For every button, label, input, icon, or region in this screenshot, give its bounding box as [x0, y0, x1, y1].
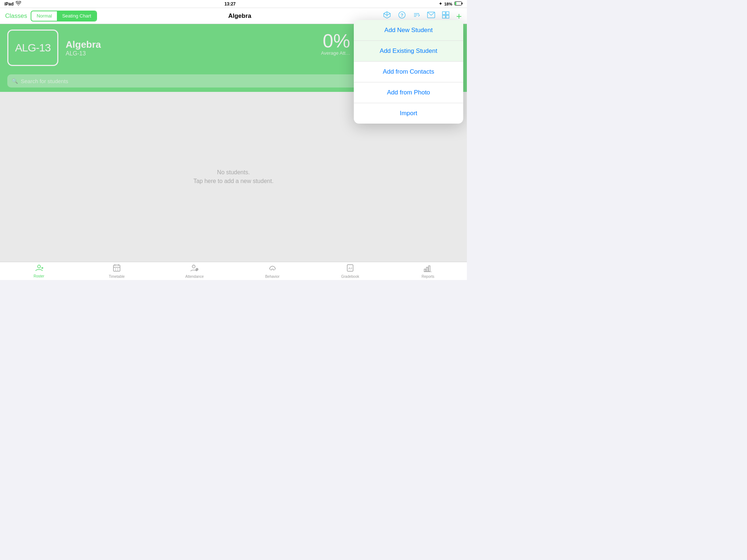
- page-title: Algebra: [101, 12, 379, 20]
- tab-roster[interactable]: Roster: [0, 262, 78, 280]
- view-mode-segment: Normal Seating Chart: [31, 11, 97, 22]
- tab-roster-icon: [35, 264, 43, 273]
- status-bar: iPad 13:27 ✦ 18%: [0, 0, 467, 8]
- classes-link[interactable]: Classes: [5, 12, 27, 20]
- svg-rect-2: [455, 2, 456, 5]
- popover-item-2[interactable]: Add from Contacts: [354, 62, 463, 82]
- tab-reports[interactable]: Reports: [389, 262, 467, 280]
- popover-item-3[interactable]: Add from Photo: [354, 82, 463, 103]
- tab-bar: RosterTimetableAttendanceBehaviorA+Grade…: [0, 262, 467, 280]
- add-icon[interactable]: +: [456, 11, 462, 21]
- help-icon[interactable]: ?: [398, 11, 406, 21]
- 3d-view-icon[interactable]: [383, 11, 391, 21]
- svg-point-21: [192, 265, 195, 268]
- tab-behavior-label: Behavior: [265, 275, 279, 279]
- sort-icon[interactable]: [413, 11, 421, 21]
- battery-icon: [454, 1, 462, 6]
- status-right: ✦ 18%: [439, 1, 462, 6]
- svg-text:?: ?: [400, 12, 403, 18]
- svg-rect-13: [113, 265, 120, 271]
- tab-reports-icon: [424, 264, 432, 274]
- svg-rect-27: [429, 266, 430, 272]
- popover-item-0[interactable]: Add New Student: [354, 20, 463, 41]
- tab-gradebook-label: Gradebook: [341, 275, 359, 279]
- device-label: iPad: [4, 1, 13, 7]
- status-time: 13:27: [224, 1, 236, 7]
- wifi-icon: [16, 1, 21, 7]
- add-student-popover: Add New StudentAdd Existing StudentAdd f…: [354, 20, 463, 124]
- svg-rect-10: [446, 12, 449, 15]
- battery-percent: 18%: [444, 2, 452, 6]
- layout-icon[interactable]: [442, 11, 450, 21]
- svg-rect-1: [462, 3, 462, 4]
- tab-gradebook-icon: A+: [347, 264, 354, 274]
- bluetooth-icon: ✦: [439, 1, 442, 6]
- tab-attendance[interactable]: Attendance: [156, 262, 233, 280]
- tab-timetable[interactable]: Timetable: [78, 262, 155, 280]
- tab-timetable-label: Timetable: [109, 275, 125, 279]
- svg-text:A+: A+: [348, 267, 352, 270]
- svg-rect-26: [426, 267, 428, 272]
- popover-item-1[interactable]: Add Existing Student: [354, 41, 463, 62]
- svg-rect-9: [442, 12, 445, 15]
- svg-rect-12: [446, 15, 449, 18]
- svg-rect-11: [442, 15, 445, 18]
- tab-attendance-label: Attendance: [185, 275, 204, 279]
- tab-behavior[interactable]: Behavior: [233, 262, 311, 280]
- tab-behavior-icon: [268, 264, 277, 274]
- tab-timetable-icon: [113, 264, 121, 274]
- status-left: iPad: [4, 1, 21, 7]
- svg-rect-25: [424, 269, 426, 272]
- tab-attendance-icon: [190, 264, 199, 274]
- tab-gradebook[interactable]: A+Gradebook: [311, 262, 389, 280]
- tab-roster-label: Roster: [34, 274, 44, 278]
- tab-reports-label: Reports: [422, 275, 434, 279]
- seating-chart-button[interactable]: Seating Chart: [57, 11, 96, 21]
- mail-icon[interactable]: [427, 12, 435, 20]
- nav-icons: ? +: [383, 11, 462, 21]
- normal-button[interactable]: Normal: [31, 11, 57, 21]
- popover-item-4[interactable]: Import: [354, 103, 463, 124]
